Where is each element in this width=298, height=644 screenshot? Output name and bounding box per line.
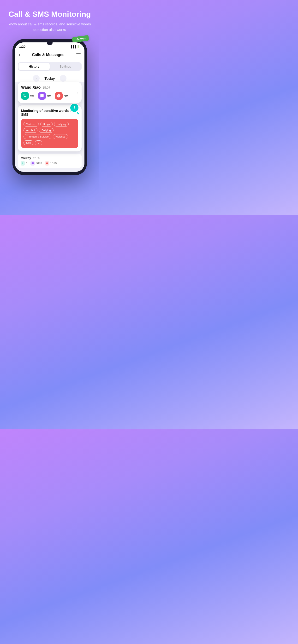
hero-subtitle: know about call & sms records, and sensi…	[5, 22, 95, 32]
tag-bullying-2: Bullying	[39, 128, 54, 133]
signal-icon: ▐▐▐	[70, 45, 76, 48]
status-icons: ▐▐▐ 🔋	[70, 45, 80, 48]
tags-row-2: Threaten & Suicide Violence Sex ...	[24, 134, 76, 145]
contact-name: Wang Xiao	[21, 85, 41, 90]
mickey-stats: 1 3688	[21, 161, 79, 166]
back-button[interactable]: ‹	[19, 52, 20, 57]
mickey-alert-icon	[45, 161, 49, 166]
exclamation-icon: !	[74, 106, 75, 110]
chevron-right-icon: ›	[77, 90, 78, 95]
tag-sex: Sex	[24, 140, 33, 145]
phone-frame: New 1:20 ▐▐▐ 🔋 ‹ Calls & Messages Histor…	[13, 39, 87, 175]
mickey-messages-stat: 3688	[31, 161, 42, 166]
mickey-messages-count: 3688	[36, 162, 42, 165]
mickey-message-icon	[31, 161, 35, 166]
tag-bullying-1: Bullying	[54, 122, 69, 126]
phone-icon	[21, 92, 29, 100]
messages-stat: 32	[38, 92, 51, 100]
calls-stat: 23	[21, 92, 34, 100]
tag-drugs: Drugs	[40, 122, 53, 126]
contact-time: 15:07	[43, 86, 50, 89]
tab-bar: History Settings	[15, 60, 84, 73]
hero-title: Call & SMS Monitoring	[9, 10, 91, 19]
mickey-calls-count: 1	[26, 162, 28, 165]
sms-tags-container: Violence Drugs Bullying Alcohol Bullying…	[21, 119, 78, 148]
calls-count: 23	[30, 94, 34, 98]
screen-content: Wang Xiao 15:07 › 23	[15, 82, 84, 172]
mickey-header: Mickey 12:56	[21, 156, 79, 160]
sms-card-title: Monitoring of sensitive words in SMS	[21, 109, 78, 116]
status-time: 1:20	[19, 45, 26, 48]
wang-xiao-card[interactable]: Wang Xiao 15:07 › 23	[18, 82, 82, 103]
alert-icon	[55, 92, 63, 100]
tag-alcohol: Alcohol	[24, 128, 37, 133]
tab-history[interactable]: History	[19, 63, 50, 70]
mickey-card[interactable]: Mickey 12:56 1	[18, 154, 82, 168]
tab-settings[interactable]: Settings	[50, 63, 81, 70]
mickey-time: 12:56	[33, 157, 40, 160]
app-header: ‹ Calls & Messages	[15, 50, 84, 60]
mickey-phone-icon	[21, 161, 25, 166]
mickey-name: Mickey	[21, 156, 31, 160]
contact-row: Wang Xiao 15:07	[21, 85, 78, 90]
alerts-stat: 12	[55, 92, 68, 100]
alerts-count: 12	[64, 94, 68, 98]
date-label: Today	[44, 76, 55, 80]
mickey-alerts-stat: 1010	[45, 161, 57, 166]
tag-violence-1: Violence	[24, 122, 39, 126]
menu-button[interactable]	[76, 54, 81, 56]
sms-monitoring-card: Monitoring of sensitive words in SMS ! V…	[18, 106, 82, 152]
mickey-alerts-count: 1010	[50, 162, 57, 165]
tag-threaten-suicide: Threaten & Suicide	[24, 134, 51, 139]
message-icon	[38, 92, 46, 100]
menu-line	[76, 54, 81, 55]
phone-screen: 1:20 ▐▐▐ 🔋 ‹ Calls & Messages History Se…	[15, 42, 84, 172]
date-next-button[interactable]: ›	[60, 75, 66, 82]
date-prev-button[interactable]: ‹	[33, 75, 40, 82]
battery-icon: 🔋	[77, 45, 80, 48]
menu-line	[76, 54, 81, 54]
new-badge: New	[72, 35, 89, 43]
stats-row: 23 32	[21, 92, 78, 100]
app-title: Calls & Messages	[32, 53, 64, 57]
notch	[47, 42, 53, 45]
messages-count: 32	[47, 94, 51, 98]
menu-line	[76, 56, 81, 56]
mickey-calls-stat: 1	[21, 161, 28, 166]
tag-more: ...	[35, 140, 42, 145]
tabs-container: History Settings	[18, 62, 82, 71]
tag-violence-2: Violence	[53, 134, 68, 139]
tags-row-1: Violence Drugs Bullying Alcohol Bullying	[24, 122, 76, 133]
